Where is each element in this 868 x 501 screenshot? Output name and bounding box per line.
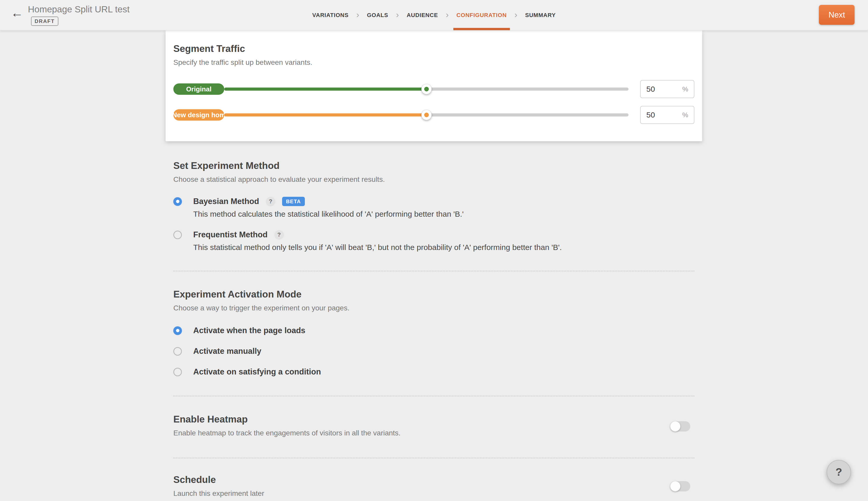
page-loads-radio[interactable] [173, 327, 182, 335]
segment-traffic-title: Segment Traffic [173, 43, 695, 54]
condition-radio[interactable] [173, 368, 182, 376]
schedule-toggle-knob[interactable] [670, 481, 680, 491]
bayesian-help-icon[interactable]: ? [266, 197, 275, 206]
option-bayesian: Bayesian Method ? BETA This method calcu… [173, 196, 695, 219]
new-design-slider: New design hom [173, 106, 628, 124]
experiment-method-section: Set Experiment Method Choose a statistic… [173, 160, 695, 252]
chevron-right-icon: › [446, 10, 448, 20]
option-condition: Activate on satisfying a condition [173, 367, 695, 377]
heatmap-section: Enable Heatmap Enable heatmap to track t… [173, 414, 695, 437]
new-design-percent-field: % [640, 106, 695, 124]
frequentist-option-row[interactable]: Frequentist Method ? [173, 230, 695, 240]
original-percent-input[interactable] [646, 85, 670, 94]
new-design-variant-label: New design hom [173, 109, 224, 120]
new-design-thumb-dot [424, 113, 429, 117]
chevron-right-icon: › [396, 10, 399, 20]
page-title: Homepage Split URL test [28, 4, 130, 14]
new-design-slider-fill [224, 113, 426, 116]
schedule-section: Schedule Launch this experiment later [173, 475, 695, 498]
new-design-slider-thumb[interactable] [421, 110, 432, 120]
manually-option-row[interactable]: Activate manually [173, 346, 695, 356]
section-divider [173, 396, 695, 396]
heatmap-title: Enable Heatmap [173, 414, 695, 425]
tab-audience[interactable]: AUDIENCE [406, 0, 438, 30]
tab-summary[interactable]: SUMMARY [525, 0, 556, 30]
original-percent-field: % [640, 80, 695, 98]
status-badge: DRAFT [31, 17, 59, 26]
chevron-right-icon: › [356, 10, 359, 20]
frequentist-radio[interactable] [173, 231, 182, 239]
option-page-loads: Activate when the page loads [173, 326, 695, 336]
frequentist-label[interactable]: Frequentist Method [193, 230, 268, 239]
tab-variations[interactable]: VARIATIONS [312, 0, 349, 30]
original-variant-label: Original [173, 83, 224, 95]
section-divider [173, 458, 695, 458]
beta-badge: BETA [282, 197, 305, 206]
condition-option-row[interactable]: Activate on satisfying a condition [173, 367, 695, 377]
tab-goals[interactable]: GOALS [367, 0, 388, 30]
method-options: Bayesian Method ? BETA This method calcu… [173, 196, 695, 252]
top-header-bar: ← Homepage Split URL test DRAFT VARIATIO… [0, 0, 868, 31]
traffic-sliders: Original % New design hom [173, 80, 695, 124]
original-slider-fill [224, 87, 426, 90]
activation-options: Activate when the page loads Activate ma… [173, 326, 695, 377]
new-design-slider-track[interactable] [224, 113, 628, 116]
frequentist-help-icon[interactable]: ? [274, 230, 284, 239]
new-design-percent-unit: % [682, 111, 688, 119]
original-slider-thumb[interactable] [421, 84, 432, 94]
activation-mode-subtitle: Choose a way to trigger the experiment o… [173, 304, 695, 312]
original-thumb-dot [424, 87, 429, 92]
segment-traffic-card: Segment Traffic Specify the traffic spli… [166, 31, 702, 141]
segment-traffic-subtitle: Specify the traffic split up between var… [173, 58, 695, 67]
page-loads-option-row[interactable]: Activate when the page loads [173, 326, 695, 336]
schedule-subtitle: Launch this experiment later [173, 489, 695, 498]
heatmap-toggle-knob[interactable] [670, 421, 680, 431]
frequentist-description: This statistical method only tells you i… [193, 243, 695, 252]
back-arrow-icon[interactable]: ← [11, 7, 23, 19]
original-slider: Original [173, 80, 628, 98]
configuration-page: ← Homepage Split URL test DRAFT VARIATIO… [0, 0, 868, 501]
experiment-method-subtitle: Choose a statistical approach to evaluat… [173, 175, 695, 184]
schedule-toggle[interactable] [670, 481, 690, 491]
heatmap-toggle[interactable] [670, 421, 690, 431]
bayesian-radio[interactable] [173, 197, 182, 206]
option-frequentist: Frequentist Method ? This statistical me… [173, 230, 695, 252]
manually-label[interactable]: Activate manually [193, 347, 262, 356]
section-divider [173, 271, 695, 271]
activation-mode-section: Experiment Activation Mode Choose a way … [173, 289, 695, 377]
bayesian-description: This method calculates the statistical l… [193, 209, 695, 219]
breadcrumb: VARIATIONS › GOALS › AUDIENCE › CONFIGUR… [312, 0, 556, 30]
experiment-method-title: Set Experiment Method [173, 160, 695, 171]
option-manually: Activate manually [173, 346, 695, 356]
help-fab-button[interactable]: ? [827, 460, 851, 484]
chevron-right-icon: › [514, 10, 517, 20]
schedule-title: Schedule [173, 475, 695, 485]
variant-row-new-design: New design hom % [173, 106, 695, 124]
next-button[interactable]: Next [819, 5, 855, 25]
tab-configuration[interactable]: CONFIGURATION [456, 0, 507, 30]
original-percent-unit: % [682, 85, 688, 93]
activation-mode-title: Experiment Activation Mode [173, 289, 695, 300]
manually-radio[interactable] [173, 347, 182, 355]
condition-label[interactable]: Activate on satisfying a condition [193, 367, 321, 376]
bayesian-option-row[interactable]: Bayesian Method ? BETA [173, 196, 695, 206]
page-loads-label[interactable]: Activate when the page loads [193, 326, 305, 335]
variant-row-original: Original % [173, 80, 695, 98]
bayesian-label[interactable]: Bayesian Method [193, 197, 259, 206]
new-design-percent-input[interactable] [646, 110, 670, 119]
heatmap-subtitle: Enable heatmap to track the engagements … [173, 429, 695, 437]
original-slider-track[interactable] [224, 87, 628, 90]
